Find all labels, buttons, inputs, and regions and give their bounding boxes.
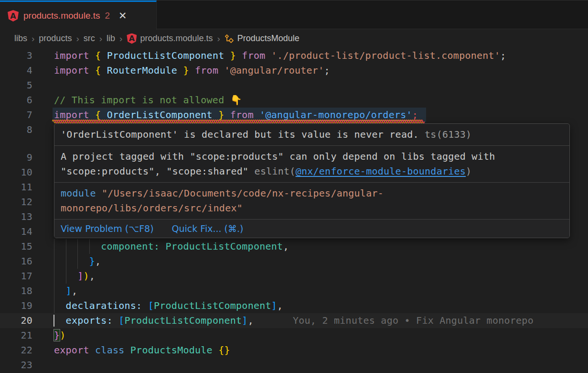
view-problem-action[interactable]: View Problem (⌥F8)	[61, 223, 154, 234]
breadcrumb-label: lib	[107, 33, 115, 44]
breadcrumb-label: products	[39, 33, 72, 44]
code-line-content: exports: [ProductListComponent],	[54, 313, 254, 328]
code-line-16[interactable]: 16 },	[0, 254, 588, 269]
code-line-content: export class ProductsModule {}	[54, 343, 230, 358]
breadcrumb-item-productsmodule[interactable]: ProductsModule	[225, 33, 299, 44]
text-cursor	[53, 315, 54, 327]
code-line-content: import { OrderListComponent } from '@ang…	[54, 108, 418, 122]
code-line-22[interactable]: 22export class ProductsModule {}	[0, 343, 588, 358]
tab-title: products.module.ts	[23, 11, 100, 21]
token: ProductListComponent	[125, 315, 242, 326]
hover-message-line: 'OrderListComponent' is declared but its…	[61, 127, 563, 142]
code-line-15[interactable]: 15 component: ProductListComponent,	[0, 239, 588, 254]
angular-file-icon: A	[8, 10, 19, 22]
token: OrderListComponent	[107, 109, 213, 121]
code-line-3[interactable]: 3import { ProductListComponent } from '.…	[0, 48, 588, 63]
token	[54, 300, 66, 311]
code-line-17[interactable]: 17 ]),	[0, 269, 588, 284]
token: )	[466, 165, 471, 177]
token	[101, 50, 107, 61]
line-number: 21	[0, 328, 32, 343]
code-line-5[interactable]: 5	[0, 78, 588, 93]
token	[89, 65, 95, 76]
code-line-content: // This import is not allowed 👇	[54, 93, 242, 108]
breadcrumb-item-lib[interactable]: lib	[107, 33, 115, 44]
code-line-18[interactable]: 18 ],	[0, 284, 588, 298]
code-line-20[interactable]: 20 exports: [ProductListComponent],You, …	[0, 313, 588, 328]
chevron-right-icon: ›	[27, 33, 39, 44]
breadcrumb-item-src[interactable]: src	[84, 33, 95, 44]
close-icon[interactable]: ✕	[118, 10, 127, 22]
token	[266, 50, 271, 61]
breadcrumb-label: src	[84, 33, 95, 44]
eslint-rule-link[interactable]: @nx/enforce-module-boundaries	[296, 165, 466, 177]
vscode-editor: { "colors": { "accent_blue": "#0078d4", …	[0, 0, 588, 373]
code-line-6[interactable]: 6// This import is not allowed 👇	[0, 93, 588, 108]
git-blame-annotation: You, 2 minutes ago • Fix Angular monorep…	[293, 313, 534, 328]
token	[54, 315, 66, 326]
diagnostic-hover-popup: 'OrderListComponent' is declared but its…	[54, 123, 570, 238]
token: {	[95, 65, 101, 76]
tab-problem-count-badge: 2	[105, 11, 110, 21]
line-number: 5	[0, 78, 32, 93]
token: from	[242, 50, 265, 61]
token	[213, 109, 218, 121]
code-line-7[interactable]: 7import { OrderListComponent } from '@an…	[0, 108, 588, 122]
chevron-right-icon: ›	[95, 33, 107, 44]
line-number: 10	[0, 165, 32, 180]
tab-products-module[interactable]: A products.module.ts 2 ✕	[0, 0, 157, 30]
module-specifier-link[interactable]: '@angular-monorepo/orders'	[259, 109, 412, 121]
token: ,	[283, 241, 289, 252]
token: ProductListComponent	[107, 50, 225, 61]
line-number: 19	[0, 298, 32, 313]
token: [	[148, 300, 154, 311]
code-line-content: },	[54, 254, 101, 269]
hover-section-0: 'OrderListComponent' is declared but its…	[54, 124, 569, 146]
token: RouterModule	[107, 65, 178, 76]
hover-message-line: "scope:products", "scope:shared" eslint(…	[61, 164, 563, 179]
token: from	[195, 65, 218, 76]
breadcrumb-item-products[interactable]: products	[39, 33, 72, 44]
line-number: 12	[0, 195, 32, 209]
token: '@angular/router'	[225, 65, 324, 76]
tab-bar: A products.module.ts 2 ✕	[0, 0, 588, 29]
token: ;	[412, 109, 418, 121]
line-number: 8	[0, 122, 32, 137]
token	[89, 344, 95, 356]
token: ts(6133)	[425, 129, 471, 140]
code-line-21[interactable]: 21})	[0, 328, 588, 343]
token: }	[218, 109, 224, 121]
hover-section-1: A project tagged with "scope:products" c…	[54, 146, 569, 183]
token	[189, 65, 195, 76]
line-number: 11	[0, 180, 32, 195]
code-line-4[interactable]: 4import { RouterModule } from '@angular/…	[0, 63, 588, 78]
code-line-19[interactable]: 19 declarations: [ProductListComponent],	[0, 298, 588, 313]
hover-message-line: module "/Users/isaac/Documents/code/nx-r…	[61, 186, 563, 201]
line-number: 3	[0, 48, 32, 63]
token	[54, 270, 77, 282]
line-number: 14	[0, 224, 32, 239]
hover-message-line: monorepo/libs/orders/src/index"	[61, 201, 563, 216]
line-number: 9	[0, 150, 32, 165]
token: export	[54, 344, 89, 356]
token: ]	[77, 270, 83, 282]
token	[54, 241, 101, 252]
breadcrumb-label: libs	[14, 33, 27, 44]
token: ProductListComponent	[166, 241, 283, 252]
token: }	[230, 50, 236, 61]
chevron-right-icon: ›	[72, 33, 83, 44]
token: [	[118, 315, 124, 326]
quick-fix-action[interactable]: Quick Fix... (⌘.)	[172, 223, 244, 234]
code-line-23[interactable]: 23	[0, 358, 588, 373]
token: 👇	[230, 94, 242, 106]
token: monorepo/libs/orders/src/index"	[61, 202, 243, 214]
token: "scope:products", "scope:shared"	[61, 165, 255, 177]
breadcrumb-item-products-module-ts[interactable]: Aproducts.module.ts	[127, 33, 213, 44]
token: ]	[66, 285, 72, 296]
token: }	[89, 255, 95, 267]
breadcrumb-label: ProductsModule	[237, 33, 299, 44]
token	[101, 109, 107, 121]
hover-action-bar: View Problem (⌥F8)Quick Fix... (⌘.)	[54, 219, 569, 238]
breadcrumb-item-libs[interactable]: libs	[14, 33, 27, 44]
token	[54, 285, 66, 296]
